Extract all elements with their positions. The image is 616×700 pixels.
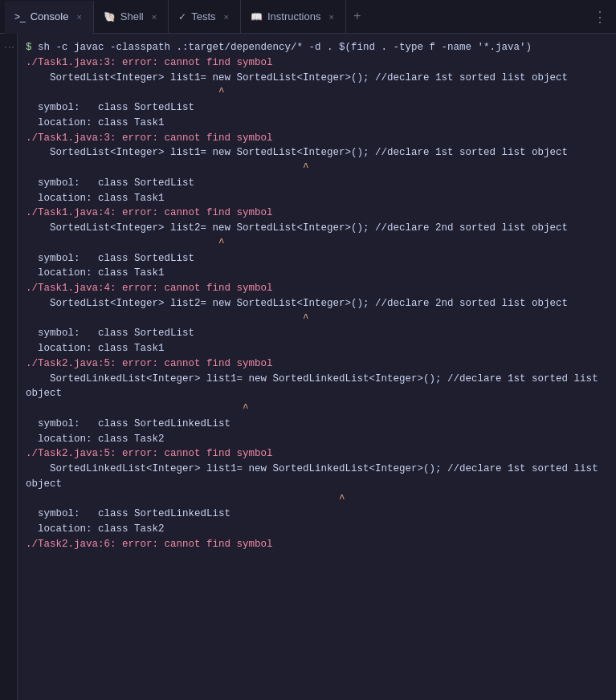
terminal-line: location: class Task2 (26, 432, 608, 447)
terminal-line: location: class Task1 (26, 341, 608, 356)
tab-console-close[interactable]: × (75, 11, 83, 22)
tab-instructions-label: Instructions (267, 10, 320, 22)
terminal-content[interactable]: $ sh -c javac -classpath .:target/depend… (18, 34, 616, 700)
terminal-line: location: class Task2 (26, 522, 608, 537)
tab-menu-button[interactable]: ⋮ (589, 0, 611, 33)
terminal-line: ^ (26, 161, 608, 176)
terminal-line: symbol: class SortedLinkedList (26, 507, 608, 522)
add-tab-button[interactable]: + (346, 0, 369, 33)
terminal-line: $ sh -c javac -classpath .:target/depend… (26, 40, 608, 55)
terminal-line: ./Task1.java:4: error: cannot find symbo… (26, 206, 608, 221)
tab-shell[interactable]: 🐚 Shell × (94, 0, 169, 33)
instructions-icon: 📖 (251, 11, 263, 22)
terminal-line: ^ (26, 311, 608, 327)
terminal-line: SortedList<Integer> list2= new SortedLis… (26, 221, 608, 236)
terminal-line: ./Task2.java:5: error: cannot find symbo… (26, 356, 608, 372)
terminal-line: SortedLinkedList<Integer> list1= new Sor… (26, 462, 608, 492)
terminal-line: location: class Task1 (26, 116, 608, 131)
terminal-line: SortedLinkedList<Integer> list1= new Sor… (26, 372, 608, 402)
terminal-line: SortedList<Integer> list2= new SortedLis… (26, 296, 608, 311)
tab-instructions-close[interactable]: × (327, 11, 335, 22)
terminal-line: ./Task1.java:3: error: cannot find symbo… (26, 55, 608, 71)
terminal-line: ./Task2.java:6: error: cannot find symbo… (26, 537, 608, 552)
terminal-line: symbol: class SortedList (26, 326, 608, 341)
tab-tests-label: Tests (191, 10, 215, 22)
tab-console[interactable]: >_ Console × (5, 1, 94, 34)
tab-tests-close[interactable]: × (222, 11, 230, 22)
terminal-line: symbol: class SortedList (26, 176, 608, 191)
console-icon: >_ (14, 11, 26, 22)
terminal-line: symbol: class SortedList (26, 251, 608, 267)
terminal-line: ./Task1.java:4: error: cannot find symbo… (26, 281, 608, 296)
tests-icon: ✓ (178, 11, 186, 22)
terminal-line: ^ (26, 85, 608, 100)
terminal-line: ^ (26, 492, 608, 507)
terminal-line: location: class Task1 (26, 191, 608, 206)
terminal-line: SortedList<Integer> list1= new SortedLis… (26, 145, 608, 161)
terminal-line: symbol: class SortedList (26, 100, 608, 116)
terminal-line: SortedList<Integer> list1= new SortedLis… (26, 71, 608, 86)
tab-instructions[interactable]: 📖 Instructions × (241, 0, 346, 33)
terminal-line: ^ (26, 401, 608, 417)
terminal-line: location: class Task1 (26, 266, 608, 281)
tab-tests[interactable]: ✓ Tests × (169, 0, 241, 33)
tab-shell-close[interactable]: × (150, 11, 158, 22)
tab-bar: >_ Console × 🐚 Shell × ✓ Tests × 📖 Instr… (0, 0, 616, 34)
terminal-line: ./Task2.java:5: error: cannot find symbo… (26, 446, 608, 462)
terminal-line: symbol: class SortedLinkedList (26, 417, 608, 432)
prompt-symbol: $ (26, 42, 38, 53)
tab-console-label: Console (31, 10, 69, 22)
left-sidebar: ⋮ (0, 34, 18, 700)
terminal-line: ^ (26, 236, 608, 251)
terminal-wrapper: ⋮ $ sh -c javac -classpath .:target/depe… (0, 34, 616, 700)
sidebar-dots: ⋮ (2, 42, 15, 55)
shell-icon: 🐚 (104, 11, 116, 22)
terminal-line: ./Task1.java:3: error: cannot find symbo… (26, 131, 608, 146)
tab-shell-label: Shell (120, 10, 144, 22)
